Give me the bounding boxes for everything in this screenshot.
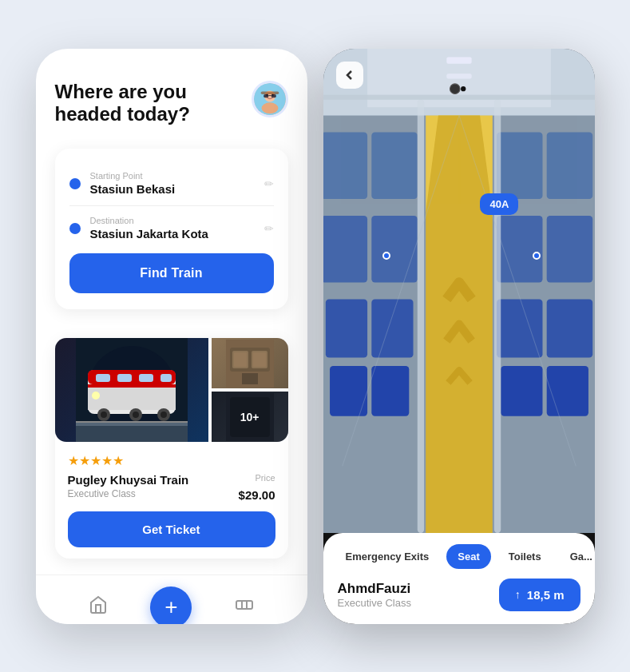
destination-dot	[69, 223, 81, 234]
svg-point-20	[101, 412, 107, 418]
more-images-badge: 10+	[212, 392, 288, 442]
starting-point-info: Starting Point Stasiun Bekasi	[90, 171, 255, 196]
svg-rect-59	[546, 215, 592, 282]
svg-rect-50	[323, 215, 367, 282]
train-card: 10+ ★★★★★ Pugley Khuysai Train Price Exe…	[55, 338, 288, 559]
starting-point-label: Starting Point	[90, 171, 255, 181]
train-stars: ★★★★★	[68, 453, 275, 468]
svg-rect-27	[76, 424, 188, 442]
svg-rect-60	[497, 299, 542, 357]
ticket-icon[interactable]	[235, 595, 254, 619]
route-card: Starting Point Stasiun Bekasi ✏ Destinat…	[55, 149, 288, 309]
train-name: Pugley Khuysai Train	[68, 473, 189, 487]
get-ticket-button[interactable]: Get Ticket	[68, 511, 275, 547]
train-class-row: Executive Class $29.00	[68, 488, 275, 502]
destination-row: Destination Stasiun Jakarta Kota ✏	[69, 209, 274, 247]
svg-rect-64	[417, 98, 423, 532]
svg-rect-15	[139, 374, 153, 382]
bottom-nav: +	[36, 575, 307, 623]
back-button[interactable]	[336, 62, 363, 89]
svg-rect-28	[76, 423, 188, 426]
svg-rect-13	[96, 374, 110, 382]
bottom-panel: Emergency Exits Seat Toilets Ga... AhmdF…	[323, 533, 595, 624]
svg-rect-68	[446, 74, 471, 78]
route-divider	[69, 205, 274, 206]
home-icon[interactable]	[89, 595, 108, 619]
svg-point-70	[461, 86, 466, 91]
svg-rect-57	[546, 132, 592, 199]
svg-rect-48	[323, 132, 367, 199]
train-price-label: Price	[255, 473, 275, 483]
svg-rect-7	[271, 93, 275, 97]
destination-label: Destination	[90, 216, 255, 225]
edit-starting-icon[interactable]: ✏	[264, 177, 274, 190]
svg-rect-55	[371, 366, 409, 416]
passenger-row: AhmdFauzi Executive Class ↑ 18,5 m	[323, 569, 595, 624]
avatar-image	[254, 83, 286, 115]
tab-toilets[interactable]: Toilets	[497, 544, 553, 569]
svg-rect-5	[260, 91, 279, 93]
svg-rect-63	[546, 366, 588, 416]
tab-seat[interactable]: Seat	[446, 544, 490, 569]
interior-svg	[323, 49, 595, 533]
passenger-class: Executive Class	[338, 597, 411, 609]
train-price: $29.00	[239, 488, 275, 502]
distance-arrow-icon: ↑	[515, 588, 521, 601]
svg-rect-67	[446, 57, 471, 63]
svg-rect-34	[253, 352, 266, 367]
avatar[interactable]	[252, 81, 288, 117]
svg-rect-35	[242, 373, 258, 384]
svg-point-2	[261, 102, 278, 113]
svg-rect-53	[371, 299, 413, 357]
svg-point-24	[160, 412, 167, 418]
svg-rect-61	[546, 299, 592, 357]
find-train-button[interactable]: Find Train	[69, 253, 274, 293]
svg-rect-49	[371, 132, 417, 199]
svg-rect-14	[117, 374, 132, 382]
train-main-image	[55, 338, 208, 442]
tab-emergency-exits[interactable]: Emergency Exits	[335, 544, 441, 569]
phone-1: Where are you headed today?	[36, 49, 307, 624]
svg-rect-62	[501, 366, 542, 416]
svg-rect-51	[371, 215, 417, 282]
tab-bar: Emergency Exits Seat Toilets Ga...	[323, 533, 595, 569]
phone-2: 40A Emergency Exits Seat Toilets Ga... A…	[323, 49, 595, 624]
svg-rect-33	[234, 352, 247, 367]
seat-indicator-right	[533, 252, 541, 260]
train-interior-image	[212, 338, 288, 388]
svg-rect-6	[263, 93, 268, 97]
edit-destination-icon[interactable]: ✏	[264, 222, 274, 235]
destination-value: Stasiun Jakarta Kota	[90, 227, 255, 241]
train-name-row: Pugley Khuysai Train Price	[68, 473, 275, 487]
passenger-name: AhmdFauzi	[338, 581, 411, 597]
destination-info: Destination Stasiun Jakarta Kota	[90, 216, 255, 241]
train-details: ★★★★★ Pugley Khuysai Train Price Executi…	[55, 442, 288, 559]
scene: Where are you headed today?	[0, 0, 630, 672]
phone1-header: Where are you headed today?	[55, 81, 288, 127]
svg-rect-65	[493, 98, 500, 532]
starting-point-row: Starting Point Stasiun Bekasi ✏	[69, 165, 274, 202]
svg-rect-16	[160, 374, 172, 382]
train-class: Executive Class	[68, 488, 136, 502]
train-interior-svg	[226, 340, 274, 388]
svg-point-22	[133, 412, 139, 418]
svg-point-26	[92, 392, 100, 400]
distance-button[interactable]: ↑ 18,5 m	[499, 579, 580, 611]
train-more-image: 10+	[212, 392, 288, 442]
train-images: 10+	[55, 338, 288, 442]
seat-40a-label[interactable]: 40A	[480, 193, 518, 215]
train-interior-view: 40A	[323, 49, 595, 533]
train-main-svg	[76, 338, 188, 442]
svg-point-69	[450, 83, 460, 93]
svg-rect-18	[88, 388, 176, 410]
svg-rect-17	[88, 384, 176, 388]
svg-rect-52	[325, 299, 367, 357]
passenger-info: AhmdFauzi Executive Class	[338, 581, 411, 609]
starting-point-value: Stasiun Bekasi	[90, 182, 255, 196]
svg-rect-56	[497, 132, 542, 199]
add-button[interactable]: +	[150, 587, 192, 623]
tab-more[interactable]: Ga...	[559, 544, 595, 569]
starting-dot	[69, 178, 81, 189]
page-title: Where are you headed today?	[55, 81, 215, 127]
distance-value: 18,5 m	[527, 588, 565, 602]
